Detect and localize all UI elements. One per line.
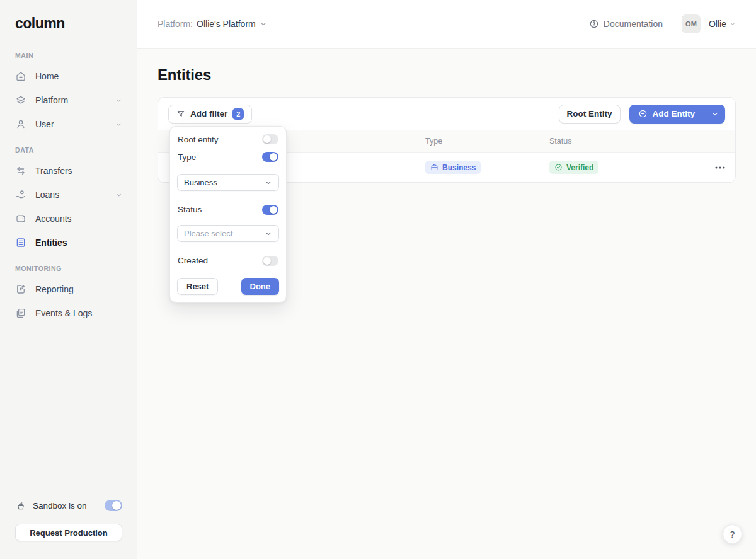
chevron-down-icon	[265, 179, 272, 187]
filter-row-type: Type	[170, 148, 286, 166]
sidebar-nav: MAIN Home Platform User DATA	[0, 47, 137, 496]
add-filter-button[interactable]: Add filter 2	[168, 105, 252, 124]
topbar-right: Documentation OM Ollie	[589, 14, 736, 33]
type-select[interactable]: Business	[177, 174, 279, 191]
type-select-wrap: Business	[170, 166, 286, 199]
filter-row-created: Created	[170, 250, 286, 268]
chevron-down-icon	[115, 192, 122, 199]
main-column: Platform: Ollie's Platform Documentation…	[137, 0, 756, 559]
loans-icon	[15, 189, 26, 200]
help-button[interactable]: ?	[723, 524, 742, 544]
user-icon	[15, 118, 26, 130]
card-toolbar: Add filter 2 Root Entity Add Entity	[158, 98, 735, 130]
status-toggle[interactable]	[262, 205, 278, 215]
row-actions-cell	[700, 164, 725, 171]
topbar: Platform: Ollie's Platform Documentation…	[137, 0, 756, 49]
status-badge-label: Verified	[566, 163, 593, 172]
chevron-down-icon	[115, 97, 122, 104]
nav-section-data: DATA	[0, 146, 137, 154]
root-entity-button[interactable]: Root Entity	[559, 105, 621, 124]
toggle-knob	[270, 153, 277, 161]
sidebar-item-home[interactable]: Home	[0, 64, 137, 88]
check-circle-icon	[554, 163, 563, 171]
toolbar-right: Root Entity Add Entity	[559, 105, 726, 124]
row-type-cell: Business	[425, 161, 549, 174]
row-actions-button[interactable]	[715, 164, 725, 171]
sidebar-item-label: Reporting	[35, 284, 74, 294]
sandbox-toggle[interactable]	[105, 500, 122, 511]
documentation-link[interactable]: Documentation	[589, 19, 663, 29]
sidebar: column MAIN Home Platform User	[0, 0, 137, 559]
row-status-cell: Verified	[549, 161, 700, 174]
plus-circle-icon	[638, 109, 648, 118]
type-badge-label: Business	[442, 163, 476, 172]
nav-section-main: MAIN	[0, 52, 137, 59]
add-entity-button[interactable]: Add Entity	[629, 105, 704, 124]
sidebar-item-label: Entities	[35, 238, 67, 248]
layers-icon	[15, 95, 26, 106]
content: Entities Add filter 2 Root Entity	[137, 49, 756, 559]
add-filter-label: Add filter	[190, 109, 227, 118]
sidebar-item-label: Accounts	[35, 214, 72, 224]
reporting-icon	[15, 284, 26, 295]
sidebar-item-accounts[interactable]: Accounts	[0, 207, 137, 231]
nav-section-monitoring: MONITORING	[0, 265, 137, 272]
filter-label: Created	[178, 256, 208, 265]
filter-popup-footer: Reset Done	[170, 268, 286, 302]
events-logs-icon	[15, 308, 26, 319]
filter-label: Status	[178, 205, 202, 214]
column-header-type: Type	[425, 137, 549, 146]
sidebar-item-user[interactable]: User	[0, 112, 137, 136]
sidebar-item-label: Platform	[35, 95, 68, 105]
sidebar-item-label: Events & Logs	[35, 308, 92, 318]
sidebar-item-label: User	[35, 119, 54, 129]
request-production-button[interactable]: Request Production	[15, 524, 122, 541]
reset-button[interactable]: Reset	[177, 278, 218, 295]
filter-label: Type	[178, 153, 196, 162]
chevron-down-icon	[260, 20, 267, 28]
sidebar-item-reporting[interactable]: Reporting	[0, 277, 137, 301]
status-badge: Verified	[549, 161, 598, 174]
avatar[interactable]: OM	[682, 14, 701, 33]
toggle-knob	[270, 206, 277, 214]
status-select[interactable]: Please select	[177, 225, 279, 242]
chevron-down-icon	[711, 110, 719, 118]
toggle-knob	[112, 501, 121, 510]
filter-count-badge: 2	[232, 108, 244, 120]
user-menu[interactable]: Ollie	[709, 19, 736, 29]
filter-label: Root entity	[178, 135, 219, 144]
briefcase-icon	[430, 163, 438, 171]
toggle-knob	[263, 257, 271, 265]
chevron-down-icon	[265, 230, 272, 238]
created-toggle[interactable]	[262, 256, 278, 266]
column-header-status: Status	[549, 137, 700, 146]
status-select-placeholder: Please select	[184, 229, 232, 238]
platform-label: Platform:	[158, 19, 193, 29]
platform-switcher[interactable]: Platform: Ollie's Platform	[158, 19, 267, 29]
filter-funnel-icon	[176, 110, 185, 118]
toggle-knob	[263, 135, 271, 143]
sidebar-item-label: Loans	[35, 190, 59, 200]
question-circle-icon	[589, 19, 599, 29]
done-button[interactable]: Done	[241, 278, 280, 295]
type-toggle[interactable]	[262, 152, 278, 162]
status-select-wrap: Please select	[170, 217, 286, 250]
sidebar-item-platform[interactable]: Platform	[0, 88, 137, 112]
sandbox-label: Sandbox is on	[33, 501, 98, 510]
transfers-icon	[15, 165, 26, 176]
logo: column	[0, 15, 137, 32]
sidebar-item-loans[interactable]: Loans	[0, 183, 137, 207]
sandbox-row: Sandbox is on	[0, 496, 137, 515]
sidebar-item-entities[interactable]: Entities	[0, 231, 137, 255]
filter-row-status: Status	[170, 199, 286, 217]
sidebar-item-label: Home	[35, 71, 59, 81]
chevron-down-icon	[115, 121, 122, 128]
sidebar-item-events-logs[interactable]: Events & Logs	[0, 301, 137, 325]
platform-value: Ollie's Platform	[197, 19, 256, 29]
root-entity-toggle[interactable]	[262, 134, 278, 144]
ellipsis-icon	[715, 166, 725, 169]
sidebar-item-transfers[interactable]: Transfers	[0, 159, 137, 183]
add-entity-dropdown-button[interactable]	[704, 105, 725, 124]
sandbox-icon	[15, 500, 26, 511]
wallet-icon	[15, 213, 26, 224]
